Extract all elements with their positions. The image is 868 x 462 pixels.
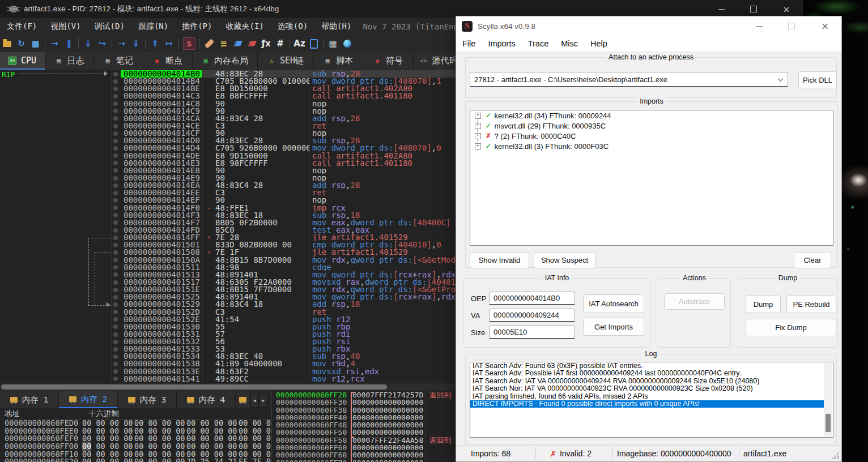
log-list[interactable]: IAT Search Adv: Found 63 (0x3F) possible… [470, 362, 833, 438]
breakpoint-dot[interactable] [111, 264, 121, 271]
hash-icon[interactable]: # [273, 37, 287, 50]
tab-SEH链[interactable]: ⚠SEH链 [258, 52, 314, 70]
menu-item[interactable]: 文件(F) [0, 18, 44, 35]
x64dbg-minimize-button[interactable] [716, 3, 727, 15]
breakpoint-dot[interactable] [111, 279, 121, 286]
menu-item[interactable]: 视图(V) [44, 18, 87, 35]
menu-item-imports[interactable]: Imports [482, 39, 521, 48]
breakpoint-dot[interactable] [111, 167, 121, 174]
oep-field[interactable]: 00000000004014B0 [489, 292, 575, 305]
globe-icon[interactable] [340, 37, 354, 50]
tab-符号[interactable]: ◉符号 [363, 52, 414, 70]
breakpoint-dot[interactable] [111, 182, 121, 189]
skip-icon[interactable]: ↦ [162, 37, 176, 50]
imports-tree[interactable]: +✓ kernel32.dll (34) FThunk: 00009244+✓ … [470, 110, 833, 246]
hex-byte[interactable]: 00 [96, 457, 105, 462]
menu-item-trace[interactable]: Trace [522, 39, 555, 48]
tab-日志[interactable]: ▤日志 [45, 52, 94, 70]
menu-item[interactable]: 帮助(H) [314, 18, 358, 35]
scrollbar-thumb[interactable] [826, 414, 831, 432]
step-into-icon[interactable]: ↓ [81, 37, 95, 50]
log-scrollbar[interactable] [824, 363, 832, 437]
breakpoint-dot[interactable] [111, 301, 121, 308]
scylla-maximize-button[interactable] [785, 20, 798, 32]
breakpoint-dot[interactable] [111, 92, 121, 100]
x64dbg-maximize-button[interactable] [748, 3, 759, 15]
breakpoint-dot[interactable] [111, 174, 121, 182]
dump-tab-1[interactable]: 内存 1 [0, 391, 59, 408]
iat-autosearch-button[interactable]: IAT Autosearch [583, 294, 644, 313]
breakpoint-dot[interactable] [111, 271, 121, 279]
breakpoint-dot[interactable] [111, 338, 121, 345]
process-select[interactable]: 27812 - artifact1.exe - C:\Users\helse\D… [470, 72, 788, 87]
menu-item[interactable]: 选项(O) [271, 18, 314, 35]
breakpoint-dot[interactable] [111, 293, 121, 301]
font-icon[interactable]: Aᴢ [292, 37, 307, 50]
tree-expand-icon[interactable]: + [475, 133, 481, 139]
tab-scroll-left-button[interactable]: ◀ [250, 393, 259, 408]
run-icon[interactable]: → [48, 37, 62, 50]
tab-笔记[interactable]: ▤笔记 [94, 52, 143, 70]
menu-item[interactable]: 插件(P) [175, 18, 219, 35]
tab-CPU[interactable]: 64CPU [0, 52, 45, 70]
scrollbar-thumb[interactable] [1, 384, 387, 390]
hex-byte[interactable]: 00 [134, 457, 143, 462]
memory-dump-pane[interactable]: 内存 1内存 2内存 3内存 4◀▶ 地址 十六进制 000000000060F… [0, 391, 271, 462]
menu-item[interactable]: 调试(D) [88, 18, 131, 35]
breakpoint-dot[interactable] [111, 189, 121, 196]
breakpoint-dot[interactable] [111, 353, 121, 360]
breakpoint-dot[interactable] [111, 108, 121, 115]
breakpoint-dot[interactable] [111, 360, 121, 367]
hex-byte[interactable]: 00 [148, 457, 157, 462]
dump-tab-4[interactable]: 内存 4 [177, 391, 236, 408]
menu-item[interactable]: 收藏夹(I) [219, 18, 270, 35]
menu-item-file[interactable]: File [456, 39, 482, 48]
show-invalid-button[interactable]: Show Invalid [470, 252, 529, 268]
breakpoint-dot[interactable] [111, 152, 121, 160]
hex-dump-row[interactable]: 000000000060FF2000 00 00 0000 00 00 007D… [0, 458, 271, 462]
hex-byte[interactable]: 00 [266, 457, 271, 462]
dump-tab-2[interactable]: 内存 2 [59, 391, 118, 408]
tab-断点[interactable]: ●断点 [143, 52, 193, 70]
execute-till-return-icon[interactable]: ⇑ [148, 37, 162, 50]
breakpoint-dot[interactable] [111, 331, 121, 338]
x64dbg-close-button[interactable]: × [781, 3, 792, 15]
breakpoint-dot[interactable] [111, 219, 121, 226]
breakpoint-dot[interactable] [111, 137, 121, 144]
import-module-item[interactable]: +✓ msvcrt.dll (29) FThunk: 0000935C [470, 121, 833, 131]
breakpoint-list-icon[interactable] [231, 37, 245, 50]
breakpoint-dot[interactable] [111, 234, 121, 241]
tree-expand-icon[interactable]: + [475, 123, 481, 129]
step-out-icon[interactable]: ⇓ [129, 37, 143, 50]
restart-icon[interactable]: ↻ [14, 37, 28, 50]
breakpoint-dot[interactable] [111, 115, 121, 122]
breakpoint-dot[interactable] [111, 309, 121, 316]
breakpoint-dot[interactable] [111, 160, 121, 167]
fix-dump-button[interactable]: Fix Dump [746, 319, 836, 336]
breakpoint-dot[interactable] [111, 323, 121, 331]
hex-byte[interactable]: 7D [186, 457, 195, 462]
show-suspect-button[interactable]: Show Suspect [534, 252, 595, 268]
breakpoint-dot[interactable] [111, 286, 121, 293]
breakpoint-dot[interactable] [111, 196, 121, 204]
hex-byte[interactable]: 74 [214, 457, 223, 462]
breakpoint-dot[interactable] [111, 70, 121, 78]
breakpoint-dot[interactable] [111, 78, 121, 85]
scylla-minimize-button[interactable] [753, 20, 765, 32]
scylla-plugin-icon[interactable]: S [183, 37, 195, 50]
log-line[interactable]: IAT Search Adv: Possible IAT first 00000… [470, 370, 824, 377]
breakpoint-dot[interactable] [111, 226, 121, 234]
breakpoint-dot[interactable] [111, 85, 121, 92]
tree-expand-icon[interactable]: + [475, 143, 481, 149]
get-imports-button[interactable]: Get Imports [583, 318, 644, 336]
tab-内存布局[interactable]: ▦内存布局 [193, 52, 258, 70]
step-over-icon[interactable]: ↪ [95, 37, 109, 50]
scylla-titlebar[interactable]: S Scylla x64 v0.9.8 × [456, 16, 841, 36]
calculator-icon[interactable]: ▦ [326, 37, 340, 50]
va-field[interactable]: 0000000000409244 [489, 309, 575, 322]
run-to-user-code-icon[interactable]: ⇢ [114, 37, 129, 50]
menu-item-misc[interactable]: Misc [555, 39, 584, 48]
tab-scroll-right-button[interactable]: ▶ [259, 393, 267, 408]
resize-grip[interactable] [832, 452, 839, 459]
pick-dll-button[interactable]: Pick DLL [798, 71, 837, 88]
